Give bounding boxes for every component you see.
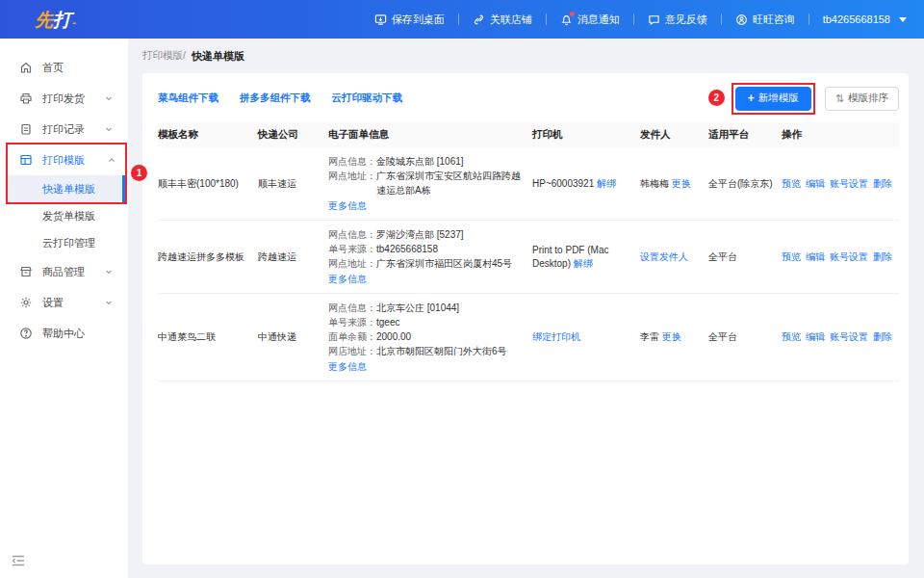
sidebar-item-label: 打印记录	[42, 122, 85, 137]
cell-actions: 预览 编辑 账号设置 删除	[782, 330, 900, 344]
shop-icon	[19, 265, 33, 278]
col-header-printer: 打印机	[532, 128, 640, 142]
sort-templates-button[interactable]: ⇅ 模版排序	[825, 87, 899, 111]
waybill-line: 单号来源： tgeec	[328, 315, 525, 329]
templates-table: 模板名称 快递公司 电子面单信息 打印机 发件人 适用平台 操作 顺丰丰密(10…	[158, 122, 899, 381]
bell-icon	[560, 13, 573, 26]
sidebar-item-cloud-print-management[interactable]: 云打印管理	[0, 229, 128, 256]
preview-link[interactable]: 预览	[782, 250, 801, 264]
breadcrumb-parent[interactable]: 打印模版/	[142, 49, 186, 63]
change-sender-link[interactable]: 更换	[662, 331, 681, 342]
wangwang-consult-button[interactable]: 旺旺咨询	[732, 13, 799, 27]
cell-printer: HP~60003921 解绑	[532, 177, 640, 191]
link-shop-button[interactable]: 关联店铺	[469, 13, 536, 27]
account-settings-link[interactable]: 账号设置	[830, 250, 868, 264]
account-settings-link[interactable]: 账号设置	[830, 330, 868, 344]
printer-icon	[19, 92, 33, 105]
more-info-link[interactable]: 更多信息	[328, 272, 525, 286]
logo-char-2: 打	[53, 11, 71, 29]
sidebar-item-print-templates[interactable]: 打印模版	[8, 144, 125, 175]
save-to-desktop-button[interactable]: 保存到桌面	[371, 13, 449, 27]
account-menu[interactable]: tb4265668158	[819, 13, 911, 25]
collapse-sidebar-icon[interactable]	[12, 553, 25, 570]
divider	[633, 13, 634, 25]
sidebar-item-label: 帮助中心	[42, 327, 85, 341]
cell-printer: 绑定打印机	[532, 330, 640, 344]
delete-link[interactable]: 删除	[873, 250, 892, 264]
pdd-component-download-link[interactable]: 拼多多组件下载	[240, 92, 311, 105]
save-to-desktop-label: 保存到桌面	[392, 13, 445, 27]
download-links: 菜鸟组件下载 拼多多组件下载 云打印驱动下载	[158, 92, 402, 105]
more-info-link[interactable]: 更多信息	[328, 198, 525, 213]
unbind-printer-link[interactable]: 解绑	[574, 258, 593, 269]
sidebar-item-label: 快递单模版	[42, 182, 95, 197]
preview-link[interactable]: 预览	[782, 177, 801, 191]
waybill-line: 网点地址： 广东省深圳市宝安区航站四路跨越速运总部A栋	[328, 169, 525, 197]
cloud-print-driver-download-link[interactable]: 云打印驱动下载	[332, 92, 403, 105]
table-row: 顺丰丰密(100*180) 顺丰速运 网点信息： 金陵城东点部 [1061] 网…	[158, 147, 899, 221]
sidebar-item-print-ship[interactable]: 打印发货	[0, 83, 128, 114]
change-sender-link[interactable]: 更换	[672, 178, 691, 189]
add-template-label: 新增模版	[758, 92, 799, 105]
template-list-card: 菜鸟组件下载 拼多多组件下载 云打印驱动下载 2 + 新增模版 ⇅ 模版排序	[142, 73, 909, 565]
cell-platform: 全平台(除京东)	[708, 177, 782, 191]
unbind-printer-link[interactable]: 解绑	[597, 178, 616, 189]
printer-name: HP~60003921	[532, 178, 597, 189]
add-template-button[interactable]: + 新增模版	[735, 87, 811, 111]
cainiao-component-download-link[interactable]: 菜鸟组件下载	[158, 92, 218, 105]
col-header-waybill-info: 电子面单信息	[328, 128, 532, 142]
bind-printer-link[interactable]: 绑定打印机	[532, 331, 580, 342]
waybill-line: 网点信息： 北京车公庄 [01044]	[328, 301, 525, 315]
wangwang-icon	[735, 13, 748, 26]
app-logo[interactable]: 先打-	[35, 11, 76, 29]
sidebar-item-shipping-list-template[interactable]: 发货单模版	[0, 202, 128, 229]
sender-name: 韩梅梅	[640, 178, 672, 189]
feedback-icon	[648, 13, 660, 26]
logo-dash: -	[72, 17, 76, 29]
sidebar-item-print-records[interactable]: 打印记录	[0, 114, 128, 144]
sidebar-item-home[interactable]: 首页	[0, 52, 128, 83]
help-icon	[19, 327, 33, 340]
breadcrumb: 打印模版/ 快递单模版	[142, 47, 909, 65]
cell-sender: 设置发件人	[640, 250, 708, 264]
sidebar-item-label: 云打印管理	[42, 236, 95, 250]
account-name: tb4265668158	[823, 13, 890, 25]
wangwang-label: 旺旺咨询	[753, 13, 795, 27]
chevron-up-icon	[108, 154, 116, 166]
sidebar-item-label: 首页	[42, 61, 64, 75]
set-sender-link[interactable]: 设置发件人	[640, 251, 688, 262]
sender-name: 李雷	[640, 331, 662, 342]
annotation-box-step1: 打印模版 快递单模版 1	[8, 144, 125, 202]
template-icon	[19, 153, 33, 167]
cell-waybill-info: 网点信息： 金陵城东点部 [1061] 网点地址： 广东省深圳市宝安区航站四路跨…	[328, 154, 532, 213]
cell-actions: 预览 编辑 账号设置 删除	[782, 177, 900, 191]
chevron-down-icon	[105, 92, 113, 104]
more-info-link[interactable]: 更多信息	[328, 359, 525, 374]
logo-char-1: 先	[35, 11, 53, 29]
cell-template-name: 顺丰丰密(100*180)	[158, 177, 258, 191]
content-area: 打印模版/ 快递单模版 菜鸟组件下载 拼多多组件下载 云打印驱动下载 2 + 新…	[128, 39, 924, 578]
edit-link[interactable]: 编辑	[806, 330, 825, 344]
edit-link[interactable]: 编辑	[806, 177, 825, 191]
chevron-down-icon	[105, 123, 113, 135]
sidebar-item-help-center[interactable]: 帮助中心	[0, 318, 128, 349]
table-header-row: 模板名称 快递公司 电子面单信息 打印机 发件人 适用平台 操作	[158, 122, 899, 147]
waybill-line: 网店地址： 北京市朝阳区朝阳门外大街6号	[328, 344, 525, 358]
chevron-down-icon	[105, 297, 113, 308]
edit-link[interactable]: 编辑	[806, 250, 825, 264]
col-header-courier: 快递公司	[258, 128, 328, 142]
account-settings-link[interactable]: 账号设置	[830, 177, 868, 191]
sidebar-item-product-management[interactable]: 商品管理	[0, 256, 128, 287]
sidebar-item-express-waybill-template[interactable]: 快递单模版	[8, 175, 125, 202]
link-shop-icon	[473, 13, 485, 26]
delete-link[interactable]: 删除	[873, 330, 892, 344]
sidebar-item-settings[interactable]: 设置	[0, 287, 128, 318]
waybill-line: 网点信息： 金陵城东点部 [1061]	[328, 154, 525, 169]
delete-link[interactable]: 删除	[873, 177, 892, 191]
sidebar-item-label: 发货单模版	[42, 209, 95, 223]
feedback-button[interactable]: 意见反馈	[644, 13, 711, 27]
cell-sender: 李雷 更换	[640, 330, 708, 344]
feedback-label: 意见反馈	[665, 13, 707, 27]
preview-link[interactable]: 预览	[782, 330, 801, 344]
notifications-button[interactable]: 消息通知	[556, 13, 624, 27]
